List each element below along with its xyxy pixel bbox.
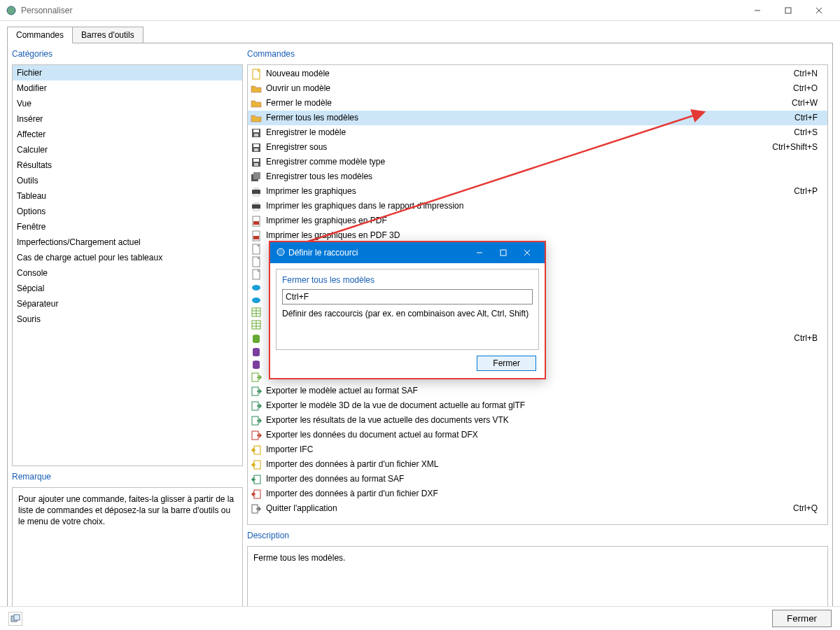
export-icon [251,415,262,426]
category-item[interactable]: Insérer [13,111,242,127]
svg-rect-13 [253,159,259,162]
category-item[interactable]: Outils [13,173,242,188]
svg-rect-20 [252,204,260,209]
command-label: Importer des données à partir d'un fichi… [266,487,818,500]
dialog-maximize-button[interactable] [491,243,515,262]
category-item[interactable]: Souris [13,312,242,327]
svg-rect-2 [785,8,791,13]
svg-point-0 [7,6,15,15]
command-label: Enregistrer tous les modèles [266,170,818,183]
cloud-icon [251,294,262,305]
svg-rect-21 [253,202,259,204]
printer-icon [251,201,262,212]
import-icon [251,474,262,485]
command-row[interactable]: Imprimer les graphiques en PDF [248,214,827,228]
remark-title: Remarque [12,470,243,483]
shortcut-input[interactable] [282,289,533,304]
table-icon [251,307,262,318]
close-button[interactable] [804,1,834,20]
db-icon [251,333,262,344]
command-row[interactable]: Exporter les résultats de la vue actuell… [248,413,827,428]
svg-rect-18 [253,188,259,190]
command-row[interactable]: Exporter le modèle 3D de la vue de docum… [248,398,827,413]
remark-text: Pour ajouter une commande, faites-la gli… [12,487,243,612]
command-label: Importer des données au format SAF [266,472,818,486]
footer-close-button[interactable]: Fermer [772,610,832,627]
svg-point-62 [277,248,284,255]
db-icon [251,346,262,358]
command-row[interactable]: Exporter les données du document actuel … [248,428,827,442]
footer-tool-icon[interactable] [8,612,22,626]
svg-point-42 [253,340,260,343]
description-title: Description [247,529,828,542]
command-row[interactable]: Nouveau modèleCtrl+N [248,66,827,81]
category-item[interactable]: Tableau [13,188,242,204]
category-item[interactable]: Imperfections/Chargement actuel [13,234,242,250]
command-row[interactable]: Ouvrir un modèleCtrl+O [248,81,827,96]
dialog-close-ok-button[interactable]: Fermer [477,356,536,371]
command-row[interactable]: Enregistrer le modèleCtrl+S [248,125,827,140]
svg-point-48 [253,366,260,369]
tab-strip: Commandes Barres d'outils [0,21,840,43]
command-shortcut: Ctrl+S [794,126,825,139]
command-row[interactable]: Enregistrer sousCtrl+Shift+S [248,140,827,155]
doc-icon [251,269,262,280]
command-row[interactable]: Quitter l'applicationCtrl+Q [248,501,827,516]
command-label: Exporter les données du document actuel … [266,428,818,442]
dialog-close-button[interactable] [515,243,539,262]
svg-rect-24 [253,221,259,225]
command-row[interactable]: Fermer le modèleCtrl+W [248,96,827,111]
categories-title: Catégories [12,48,243,60]
category-item[interactable]: Sépcial [13,281,242,296]
command-shortcut: Ctrl+Q [793,502,825,515]
category-item[interactable]: Modifier [13,80,242,96]
command-row[interactable]: Enregistrer comme modèle type [248,155,827,169]
command-shortcut: Ctrl+F [794,111,825,125]
command-label: Exporter les résultats de la vue actuell… [266,414,818,427]
pdf-icon [251,230,262,241]
command-row[interactable]: Importer des données à partir d'un fichi… [248,486,827,501]
category-item[interactable]: Vue [13,96,242,111]
command-label: Importer IFC [266,443,818,456]
command-label: Nouveau modèle [266,67,794,80]
category-item[interactable]: Cas de charge actuel pour les tableaux [13,250,242,265]
footer-bar: Fermer [0,606,840,630]
command-row[interactable]: Exporter le modèle actuel au format SAF [248,384,827,398]
command-row[interactable]: Imprimer les graphiquesCtrl+P [248,184,827,199]
maximize-button[interactable] [773,1,804,20]
disk-icon [251,142,262,153]
category-item[interactable]: Console [13,265,242,281]
category-item[interactable]: Résultats [13,158,242,173]
app-icon [6,5,17,16]
svg-rect-14 [254,163,258,166]
command-label: Quitter l'application [266,502,793,515]
dialog-minimize-button[interactable] [468,243,491,262]
tab-toolbars[interactable]: Barres d'outils [72,27,144,43]
command-shortcut: Ctrl+P [794,185,825,198]
command-row[interactable]: Importer des données au format SAF [248,472,827,486]
svg-rect-22 [253,209,259,211]
folder-icon [251,113,262,124]
category-item[interactable]: Calculer [13,142,242,158]
categories-list[interactable]: FichierModifierVueInsérerAffecterCalcule… [12,64,243,466]
svg-rect-17 [252,190,260,194]
command-row[interactable]: Imprimer les graphiques dans le rapport … [248,199,827,214]
category-item[interactable]: Fenêtre [13,219,242,234]
dialog-titlebar[interactable]: Définir le raccourci [270,242,545,263]
category-item[interactable]: Affecter [13,127,242,142]
disk-icon [251,127,262,139]
command-row[interactable]: Importer des données à partir d'un fichi… [248,457,827,472]
command-row[interactable]: Importer IFC [248,442,827,457]
svg-rect-11 [254,148,258,151]
import-icon [251,459,262,470]
folder-icon [251,98,262,109]
category-item[interactable]: Options [13,204,242,219]
tab-commands[interactable]: Commandes [7,27,73,43]
command-label: Ouvrir un modèle [266,82,793,95]
table-icon [251,319,262,330]
category-item[interactable]: Séparateur [13,296,242,312]
minimize-button[interactable] [742,1,773,20]
command-row[interactable]: Enregistrer tous les modèles [248,169,827,184]
category-item[interactable]: Fichier [13,65,242,80]
command-row[interactable]: Fermer tous les modèlesCtrl+F [248,111,827,125]
